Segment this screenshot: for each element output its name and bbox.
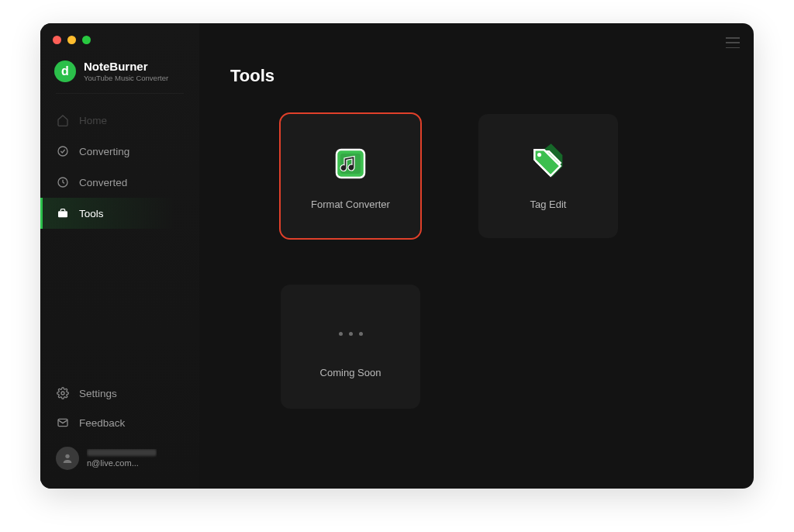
sidebar-item-label: Settings	[79, 388, 117, 399]
sidebar-item-home[interactable]: Home	[40, 105, 199, 136]
sidebar-bottom: Settings Feedback n@live.com...	[40, 378, 199, 489]
maximize-window-button[interactable]	[82, 36, 91, 44]
ellipsis-icon	[339, 316, 363, 353]
user-info: n@live.com...	[87, 449, 157, 468]
tool-label: Format Converter	[311, 199, 390, 210]
tool-label: Tag Edit	[530, 199, 567, 210]
minimize-window-button[interactable]	[67, 36, 76, 44]
format-converter-icon	[330, 143, 371, 185]
divider	[56, 93, 184, 94]
sidebar-item-label: Feedback	[79, 417, 125, 429]
gear-icon	[56, 386, 70, 400]
avatar-icon	[56, 447, 79, 470]
sidebar-item-converting[interactable]: Converting	[40, 136, 199, 167]
brand: d NoteBurner YouTube Music Converter	[40, 60, 199, 93]
sidebar-item-label: Converted	[79, 177, 127, 188]
window-controls	[53, 36, 91, 44]
sidebar-item-settings[interactable]: Settings	[40, 378, 199, 408]
app-window: d NoteBurner YouTube Music Converter Hom…	[40, 23, 754, 489]
app-subtitle: YouTube Music Converter	[84, 74, 168, 82]
app-logo-letter: d	[61, 64, 69, 78]
user-name-redacted	[87, 449, 157, 456]
mail-icon	[56, 416, 70, 430]
svg-point-5	[65, 454, 69, 458]
app-logo-icon: d	[54, 60, 76, 82]
tool-card-format-converter[interactable]: Format Converter	[281, 114, 420, 238]
toolbox-icon	[56, 206, 70, 220]
home-icon	[56, 113, 70, 127]
sidebar-item-label: Tools	[79, 208, 104, 219]
app-name: NoteBurner	[84, 60, 168, 74]
tool-label: Coming Soon	[320, 367, 381, 378]
close-window-button[interactable]	[53, 36, 61, 44]
sidebar: d NoteBurner YouTube Music Converter Hom…	[40, 23, 199, 489]
tag-icon	[527, 143, 569, 185]
tool-card-coming-soon: Coming Soon	[281, 285, 420, 409]
tool-card-tag-edit[interactable]: Tag Edit	[478, 114, 618, 238]
svg-point-0	[58, 147, 67, 156]
main-content: Tools Format Converter	[199, 23, 754, 489]
sidebar-item-label: Converting	[79, 146, 129, 157]
page-title: Tools	[230, 66, 723, 86]
main-nav: Home Converting Converted Tools	[40, 105, 199, 229]
tool-grid: Format Converter Tag Edit Coming	[230, 114, 723, 409]
svg-point-3	[61, 392, 64, 395]
user-account[interactable]: n@live.com...	[40, 437, 199, 476]
sidebar-item-converted[interactable]: Converted	[40, 167, 199, 198]
refresh-icon	[56, 144, 70, 158]
user-email: n@live.com...	[87, 458, 157, 468]
svg-rect-2	[58, 211, 67, 217]
clock-icon	[56, 175, 70, 189]
menu-icon[interactable]	[726, 37, 740, 48]
brand-text: NoteBurner YouTube Music Converter	[84, 60, 168, 82]
sidebar-item-feedback[interactable]: Feedback	[40, 408, 199, 437]
svg-point-8	[537, 152, 541, 156]
sidebar-item-label: Home	[79, 115, 107, 126]
sidebar-item-tools[interactable]: Tools	[40, 198, 199, 229]
